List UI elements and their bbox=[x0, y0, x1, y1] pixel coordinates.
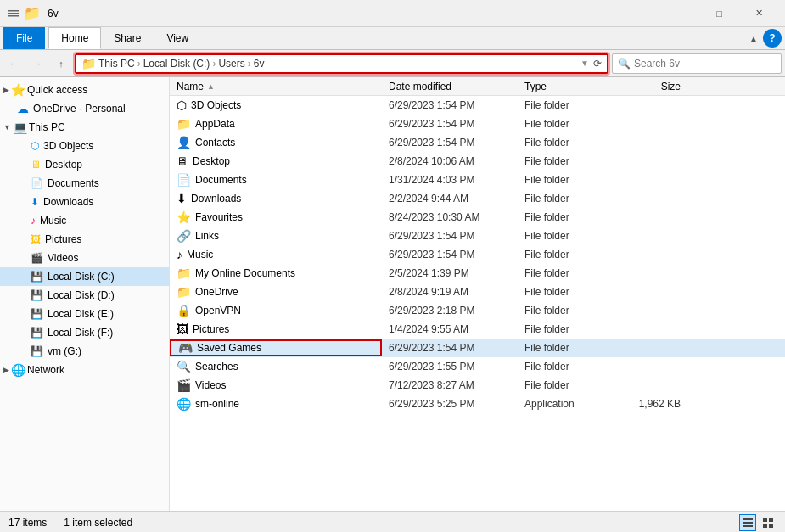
sidebar-item-local-disk-f[interactable]: 💾 Local Disk (F:) bbox=[0, 323, 169, 342]
file-date-cell: 2/8/2024 9:19 AM bbox=[382, 286, 518, 298]
chevron-this-pc: ▼ bbox=[3, 123, 11, 132]
file-name-text: Downloads bbox=[191, 193, 241, 204]
table-row[interactable]: 📄Documents1/31/2024 4:03 PMFile folder bbox=[170, 171, 785, 189]
file-date-cell: 6/29/2023 1:55 PM bbox=[382, 361, 518, 372]
table-row[interactable]: 📁OneDrive2/8/2024 9:19 AMFile folder bbox=[170, 283, 785, 301]
breadcrumb-users[interactable]: Users bbox=[218, 58, 244, 70]
file-type-cell: File folder bbox=[518, 323, 620, 335]
file-name-cell: 📁OneDrive bbox=[170, 285, 382, 299]
tab-view[interactable]: View bbox=[154, 27, 201, 49]
details-view-button[interactable] bbox=[739, 514, 756, 531]
col-header-date[interactable]: Date modified bbox=[382, 81, 518, 92]
file-icon: 🎬 bbox=[177, 378, 191, 392]
sidebar-section-this-pc[interactable]: ▼ 💻 This PC bbox=[0, 118, 169, 137]
local-disk-d-label: Local Disk (D:) bbox=[48, 289, 115, 301]
table-row[interactable]: 🎮Saved Games6/29/2023 1:54 PMFile folder bbox=[170, 339, 785, 357]
table-row[interactable]: 🖥Desktop2/8/2024 10:06 AMFile folder bbox=[170, 152, 785, 171]
tiles-view-button[interactable] bbox=[760, 514, 777, 531]
quick-access-icon[interactable] bbox=[7, 7, 20, 20]
sidebar-item-local-disk-c[interactable]: 💾 Local Disk (C:) bbox=[0, 267, 169, 286]
forward-button[interactable]: → bbox=[27, 53, 48, 74]
search-input[interactable] bbox=[634, 58, 776, 70]
table-row[interactable]: 🎬Videos7/12/2023 8:27 AMFile folder bbox=[170, 376, 785, 395]
table-row[interactable]: 📁AppData6/29/2023 1:54 PMFile folder bbox=[170, 115, 785, 133]
sidebar-item-downloads[interactable]: ⬇ Downloads bbox=[0, 193, 169, 211]
table-row[interactable]: 🔍Searches6/29/2023 1:55 PMFile folder bbox=[170, 357, 785, 376]
table-row[interactable]: 🔗Links6/29/2023 1:54 PMFile folder bbox=[170, 227, 785, 245]
table-row[interactable]: 🔒OpenVPN6/29/2023 2:18 PMFile folder bbox=[170, 301, 785, 320]
table-row[interactable]: 🌐sm-online6/29/2023 5:25 PMApplication1,… bbox=[170, 395, 785, 413]
col-header-name[interactable]: Name ▲ bbox=[170, 81, 382, 92]
file-date-cell: 7/12/2023 8:27 AM bbox=[382, 379, 518, 391]
help-button[interactable]: ? bbox=[763, 29, 782, 48]
file-date-cell: 6/29/2023 5:25 PM bbox=[382, 398, 518, 410]
onedrive-icon: ☁ bbox=[17, 102, 29, 115]
breadcrumb-this-pc[interactable]: This PC bbox=[98, 58, 135, 70]
breadcrumb-dropdown[interactable]: ▼ bbox=[580, 59, 589, 68]
local-disk-c-label: Local Disk (C:) bbox=[48, 271, 115, 283]
file-name-cell: 🖼Pictures bbox=[170, 322, 382, 336]
selected-count: 1 item selected bbox=[64, 517, 132, 529]
file-name-cell: 🌐sm-online bbox=[170, 397, 382, 411]
file-type-cell: File folder bbox=[518, 211, 620, 223]
breadcrumb[interactable]: 📁 This PC › Local Disk (C:) › Users › 6v… bbox=[75, 53, 608, 74]
table-row[interactable]: ♪Music6/29/2023 1:54 PMFile folder bbox=[170, 245, 785, 264]
search-icon: 🔍 bbox=[618, 58, 631, 70]
breadcrumb-local-disk[interactable]: Local Disk (C:) bbox=[143, 58, 210, 70]
back-button[interactable]: ← bbox=[3, 53, 24, 74]
file-name-cell: 🔗Links bbox=[170, 229, 382, 243]
table-row[interactable]: 🖼Pictures1/4/2024 9:55 AMFile folder bbox=[170, 320, 785, 339]
col-header-size[interactable]: Size bbox=[620, 81, 687, 92]
status-bar: 17 items 1 item selected bbox=[0, 511, 785, 532]
table-row[interactable]: ⬡3D Objects6/29/2023 1:54 PMFile folder bbox=[170, 96, 785, 115]
sidebar-item-pictures[interactable]: 🖼 Pictures bbox=[0, 230, 169, 249]
breadcrumb-6v[interactable]: 6v bbox=[254, 58, 265, 70]
close-button[interactable]: ✕ bbox=[740, 0, 778, 27]
refresh-icon[interactable]: ⟳ bbox=[593, 58, 602, 70]
tab-file[interactable]: File bbox=[3, 27, 45, 49]
sidebar-item-onedrive[interactable]: ☁ OneDrive - Personal bbox=[0, 99, 169, 118]
tab-share[interactable]: Share bbox=[101, 27, 154, 49]
col-header-type[interactable]: Type bbox=[518, 81, 620, 92]
up-button[interactable]: ↑ bbox=[51, 53, 71, 74]
file-type-cell: File folder bbox=[518, 99, 620, 111]
sidebar-item-desktop[interactable]: 🖥 Desktop bbox=[0, 155, 169, 174]
file-name-cell: 📁AppData bbox=[170, 117, 382, 131]
ribbon-collapse-button[interactable]: ▲ bbox=[744, 34, 763, 43]
sidebar-item-vm-g[interactable]: 💾 vm (G:) bbox=[0, 342, 169, 361]
tab-home[interactable]: Home bbox=[48, 27, 101, 49]
table-row[interactable]: ⭐Favourites8/24/2023 10:30 AMFile folder bbox=[170, 208, 785, 227]
table-row[interactable]: ⬇Downloads2/2/2024 9:44 AMFile folder bbox=[170, 189, 785, 208]
col-date-label: Date modified bbox=[389, 81, 451, 92]
sidebar-item-documents[interactable]: 📄 Documents bbox=[0, 174, 169, 193]
this-pc-icon: 💻 bbox=[13, 120, 27, 134]
sidebar-section-network[interactable]: ▶ 🌐 Network bbox=[0, 361, 169, 379]
file-type-cell: File folder bbox=[518, 267, 620, 279]
minimize-button[interactable]: ─ bbox=[660, 0, 698, 27]
sidebar-item-3d-objects[interactable]: ⬡ 3D Objects bbox=[0, 137, 169, 155]
network-icon: 🌐 bbox=[11, 363, 25, 377]
search-bar[interactable]: 🔍 bbox=[612, 53, 782, 74]
file-name-text: Searches bbox=[195, 361, 238, 372]
sidebar-item-local-disk-e[interactable]: 💾 Local Disk (E:) bbox=[0, 305, 169, 323]
file-icon: ⬡ bbox=[177, 98, 187, 112]
downloads-label: Downloads bbox=[43, 196, 93, 208]
maximize-button[interactable]: □ bbox=[700, 0, 738, 27]
3d-objects-icon: ⬡ bbox=[31, 140, 39, 152]
table-row[interactable]: 📁My Online Documents2/5/2024 1:39 PMFile… bbox=[170, 264, 785, 283]
file-icon: 🎮 bbox=[178, 341, 193, 355]
onedrive-label: OneDrive - Personal bbox=[33, 103, 126, 115]
file-name-cell: 🎮Saved Games bbox=[170, 339, 382, 356]
view-toggle bbox=[739, 514, 777, 531]
svg-rect-9 bbox=[769, 524, 773, 528]
sidebar-section-quick-access[interactable]: ▶ ⭐ Quick access bbox=[0, 81, 169, 99]
sidebar-item-local-disk-d[interactable]: 💾 Local Disk (D:) bbox=[0, 286, 169, 305]
network-label: Network bbox=[27, 364, 64, 376]
svg-rect-5 bbox=[743, 525, 753, 527]
file-type-cell: File folder bbox=[518, 249, 620, 260]
sidebar-item-music[interactable]: ♪ Music bbox=[0, 211, 169, 230]
sidebar-item-videos[interactable]: 🎬 Videos bbox=[0, 249, 169, 267]
table-row[interactable]: 👤Contacts6/29/2023 1:54 PMFile folder bbox=[170, 133, 785, 152]
file-icon: 🔗 bbox=[177, 229, 191, 243]
quick-access-icon: ⭐ bbox=[11, 83, 25, 97]
